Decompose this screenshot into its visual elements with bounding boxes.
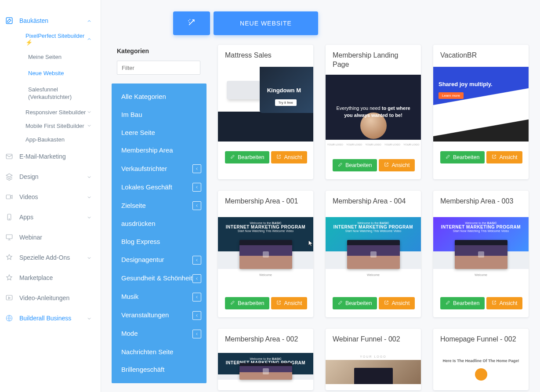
categories-list: Alle KategorienIm BauLeere SeiteMembersh… bbox=[112, 83, 207, 383]
category-item[interactable]: Lokales Geschäft bbox=[112, 178, 207, 196]
category-label: Lokales Geschäft bbox=[121, 183, 172, 192]
category-item[interactable]: Musik bbox=[112, 288, 207, 306]
category-label: Im Bau bbox=[121, 111, 142, 119]
view-button[interactable]: Ansicht bbox=[486, 297, 522, 309]
template-thumbnail[interactable]: YOUR LOGO bbox=[326, 351, 421, 384]
external-link-icon bbox=[276, 300, 281, 306]
template-title: Mattress Sales bbox=[218, 45, 313, 67]
nav-videos[interactable]: Videos bbox=[0, 187, 101, 207]
view-button[interactable]: Ansicht bbox=[271, 297, 307, 309]
template-thumbnail[interactable]: Shared joy multiply.Learn moreON BR bbox=[433, 67, 529, 142]
category-item[interactable]: Designagentur bbox=[112, 251, 207, 269]
chevron-down-icon bbox=[87, 194, 92, 200]
category-label: Veranstaltungen bbox=[121, 311, 169, 319]
category-item[interactable]: Leere Seite bbox=[112, 124, 207, 142]
nav-mobilefirst[interactable]: Mobile First SiteBuilder bbox=[25, 119, 101, 133]
external-link-icon bbox=[492, 154, 497, 160]
nav-pixelperfect[interactable]: PixelPerfect Sitebuilder ⚡ bbox=[25, 29, 101, 49]
template-thumbnail[interactable]: Welcome to the BASICINTERNET MARKETING P… bbox=[218, 351, 313, 384]
template-card: Membership Area - 002Welcome to the BASI… bbox=[218, 329, 313, 390]
category-label: Gesundheit & Schönheit bbox=[121, 274, 192, 283]
chevron-left-icon bbox=[192, 274, 201, 283]
view-button[interactable]: Ansicht bbox=[486, 151, 522, 163]
chevron-up-icon bbox=[87, 36, 92, 42]
pencil-icon bbox=[230, 300, 235, 306]
category-label: Leere Seite bbox=[121, 129, 155, 137]
tutorial-icon bbox=[5, 294, 13, 302]
category-label: Nachrichten Seite bbox=[121, 348, 173, 356]
category-item[interactable]: Alle Kategorien bbox=[112, 88, 207, 106]
templates-grid: Mattress SalesKingdown MTry it freeBearb… bbox=[218, 45, 529, 390]
nav-email[interactable]: E-Mail-Marketing bbox=[0, 146, 101, 167]
category-item[interactable]: Zielseite bbox=[112, 196, 207, 215]
template-card: Mattress SalesKingdown MTry it freeBearb… bbox=[218, 45, 313, 179]
template-card: Membership Area - 001Welcome to the BASI… bbox=[218, 191, 313, 317]
view-button[interactable]: Ansicht bbox=[379, 297, 415, 309]
category-item[interactable]: Membership Area bbox=[112, 142, 207, 160]
view-label: Ansicht bbox=[284, 300, 302, 306]
nav-video-anleitungen[interactable]: Video-Anleitungen bbox=[0, 288, 101, 308]
view-button[interactable]: Ansicht bbox=[271, 151, 307, 163]
category-item[interactable]: Verkaufstrichter bbox=[112, 160, 207, 178]
template-thumbnail[interactable]: Welcome to the BASICINTERNET MARKETING P… bbox=[218, 213, 313, 287]
category-item[interactable]: Blog Express bbox=[112, 233, 207, 251]
edit-button[interactable]: Bearbeiten bbox=[440, 297, 485, 309]
categories-filter-input[interactable] bbox=[117, 61, 200, 75]
nav-builderall-business[interactable]: Builderall Business bbox=[0, 308, 101, 328]
star-icon bbox=[5, 274, 13, 282]
external-link-icon bbox=[384, 162, 389, 168]
chevron-down-icon bbox=[87, 123, 92, 128]
layers-icon bbox=[5, 173, 13, 181]
view-button[interactable]: Ansicht bbox=[379, 159, 415, 171]
pencil-icon bbox=[230, 154, 235, 160]
categories-panel: Kategorien Alle KategorienIm BauLeere Se… bbox=[112, 45, 207, 383]
nav-salesfunnel[interactable]: Salesfunnel (Verkaufstrichter) bbox=[0, 82, 101, 105]
nav-appbaukasten[interactable]: App-Baukasten bbox=[25, 133, 101, 146]
template-thumbnail[interactable]: Everything you need to get whereyou alwa… bbox=[326, 75, 421, 149]
nav-addons[interactable]: Spezielle Add-Ons bbox=[0, 247, 101, 268]
template-card: Membership Area - 003Welcome to the BASI… bbox=[433, 191, 529, 317]
category-item[interactable]: ausdrücken bbox=[112, 215, 207, 233]
category-item[interactable]: Nachrichten Seite bbox=[112, 343, 207, 361]
template-thumbnail[interactable]: Welcome to the BASICINTERNET MARKETING P… bbox=[433, 213, 529, 287]
template-thumbnail[interactable]: Kingdown MTry it free bbox=[218, 67, 313, 142]
new-website-button[interactable]: NEUE WEBSITE bbox=[214, 11, 318, 35]
category-label: ausdrücken bbox=[121, 220, 156, 228]
category-item[interactable]: Gesundheit & Schönheit bbox=[112, 269, 207, 288]
edit-button[interactable]: Bearbeiten bbox=[225, 297, 269, 309]
edit-button[interactable]: Bearbeiten bbox=[333, 159, 377, 171]
template-title: Membership Landing Page bbox=[326, 45, 421, 75]
svg-rect-1 bbox=[6, 154, 12, 159]
template-thumbnail[interactable]: Welcome to the BASICINTERNET MARKETING P… bbox=[326, 213, 421, 287]
pencil-icon bbox=[446, 154, 450, 160]
nav-neue-website[interactable]: Neue Website bbox=[0, 65, 101, 82]
chevron-down-icon bbox=[87, 255, 92, 260]
nav-webinar[interactable]: Webinar bbox=[0, 227, 101, 247]
nav-meine-seiten[interactable]: Meine Seiten bbox=[0, 49, 101, 65]
category-item[interactable]: Im Bau bbox=[112, 106, 207, 124]
category-item[interactable]: Veranstaltungen bbox=[112, 306, 207, 325]
template-thumbnail[interactable]: Here Is The Headline Of The Home Page! bbox=[433, 351, 529, 384]
category-item[interactable]: Mode bbox=[112, 325, 207, 343]
nav-baukaesten[interactable]: Baukästen bbox=[0, 12, 101, 29]
envelope-icon bbox=[5, 152, 13, 160]
edit-button[interactable]: Bearbeiten bbox=[333, 297, 377, 309]
sidebar: Baukästen PixelPerfect Sitebuilder ⚡ Mei… bbox=[0, 0, 101, 392]
nav-responsiver[interactable]: Responsiver Sitebuilder bbox=[25, 105, 101, 119]
template-title: VacationBR bbox=[433, 45, 529, 67]
chevron-left-icon bbox=[192, 330, 201, 338]
nav-design[interactable]: Design bbox=[0, 167, 101, 187]
category-label: Zielseite bbox=[121, 202, 146, 210]
edit-label: Bearbeiten bbox=[345, 162, 372, 168]
edit-button[interactable]: Bearbeiten bbox=[440, 151, 485, 163]
magic-wand-button[interactable] bbox=[173, 11, 210, 35]
nav-apps[interactable]: Apps bbox=[0, 207, 101, 227]
category-item[interactable]: Brillengeschäft bbox=[112, 361, 207, 379]
edit-label: Bearbeiten bbox=[238, 300, 264, 306]
edit-button[interactable]: Bearbeiten bbox=[225, 151, 269, 163]
chevron-left-icon bbox=[192, 183, 201, 192]
category-label: Alle Kategorien bbox=[121, 93, 166, 101]
chevron-left-icon bbox=[192, 201, 201, 210]
nav-marketplace[interactable]: Marketplace bbox=[0, 268, 101, 288]
template-title: Membership Area - 004 bbox=[326, 191, 421, 213]
